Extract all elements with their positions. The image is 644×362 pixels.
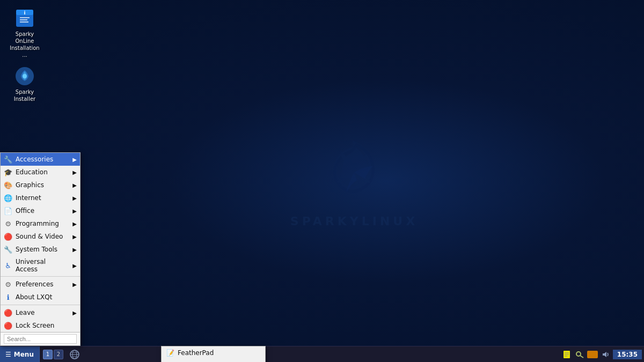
sparky-online-icon: i [14, 8, 35, 29]
svg-rect-4 [20, 17, 30, 18]
desktop-icon-sparky-online[interactable]: i Sparky OnLine Installation ... [5, 5, 44, 61]
menu-icon: ☰ [5, 351, 11, 358]
search-input[interactable] [4, 334, 77, 344]
education-arrow: ▶ [72, 169, 77, 175]
logo-text: SPARKYLINUX [290, 214, 418, 227]
desktop-icons-area: i Sparky OnLine Installation ... Sparky … [5, 5, 44, 105]
svg-point-18 [576, 352, 581, 356]
svg-line-19 [580, 356, 583, 358]
internet-icon: 🌐 [4, 194, 12, 202]
menu-item-system-tools[interactable]: 🔧 System Tools ▶ [1, 243, 80, 256]
office-arrow: ▶ [72, 208, 77, 214]
system-tools-label: System Tools [16, 246, 69, 253]
svg-point-8 [23, 74, 27, 78]
preferences-label: Preferences [16, 280, 69, 288]
graphics-label: Graphics [16, 181, 69, 189]
accessories-icon: 🔧 [4, 155, 12, 164]
taskbar-workspaces: 1 2 [40, 350, 67, 359]
office-icon: 📄 [4, 206, 12, 215]
desktop-icon-sparky-installer[interactable]: Sparky Installer [5, 63, 44, 105]
graphics-icon: 🎨 [4, 181, 12, 189]
tray-volume-icon[interactable] [600, 349, 611, 360]
accessories-arrow: ▶ [72, 157, 77, 162]
programming-icon: ⚙ [4, 219, 12, 228]
taskbar-globe-icon[interactable] [69, 349, 80, 360]
featherpad-icon: 📝 [166, 349, 174, 357]
education-icon: 🎓 [4, 168, 12, 176]
menu-item-universal-access[interactable]: ♿ Universal Access ▶ [1, 256, 80, 275]
taskbar-menu-button[interactable]: ☰ Menu [0, 346, 40, 362]
menu-item-programming[interactable]: ⚙ Programming ▶ [1, 217, 80, 230]
menu-item-graphics[interactable]: 🎨 Graphics ▶ [1, 179, 80, 191]
graphics-arrow: ▶ [72, 182, 77, 188]
tray-notes-icon[interactable] [561, 349, 572, 360]
svg-text:i: i [24, 10, 25, 16]
svg-marker-20 [603, 352, 606, 357]
start-menu: 🔧 Accessories ▶ 🎓 Education ▶ 🎨 Graphics… [0, 152, 80, 346]
menu-item-office[interactable]: 📄 Office ▶ [1, 204, 80, 217]
menu-item-accessories[interactable]: 🔧 Accessories ▶ [1, 153, 80, 166]
universal-access-label: Universal Access [16, 258, 69, 273]
featherpad-label: FeatherPad [178, 349, 214, 357]
about-lxqt-label: About LXQt [16, 293, 77, 301]
lock-screen-icon: 🔴 [4, 321, 12, 330]
accessories-submenu: 📝 FeatherPad 📦 LXQt File Archiver 🖥 Midn… [161, 346, 266, 362]
menu-item-lock-screen[interactable]: 🔴 Lock Screen [1, 319, 80, 332]
desktop-logo: SPARKYLINUX [290, 135, 418, 227]
sound-video-label: Sound & Video [16, 233, 69, 240]
preferences-icon: ⚙ [4, 280, 12, 289]
menu-search-area[interactable] [1, 332, 80, 345]
sparky-online-label: Sparky OnLine Installation ... [8, 31, 42, 58]
svg-rect-6 [20, 21, 28, 23]
submenu-featherpad[interactable]: 📝 FeatherPad [162, 346, 265, 359]
sound-video-icon: 🔴 [4, 232, 12, 241]
lock-screen-label: Lock Screen [16, 322, 77, 329]
leave-icon: 🔴 [4, 308, 12, 317]
svg-rect-5 [20, 19, 27, 20]
tray-key-icon[interactable] [574, 349, 585, 360]
internet-label: Internet [16, 194, 69, 202]
system-tools-arrow: ▶ [72, 247, 77, 253]
menu-item-leave[interactable]: 🔴 Leave ▶ [1, 306, 80, 319]
universal-access-icon: ♿ [4, 261, 12, 270]
menu-divider-2 [1, 305, 80, 305]
sparky-installer-icon [14, 65, 35, 87]
menu-divider-1 [1, 276, 80, 277]
workspace-1-button[interactable]: 1 [43, 350, 53, 359]
taskbar-tray: 15:35 [561, 349, 644, 360]
office-label: Office [16, 207, 69, 215]
education-label: Education [16, 168, 69, 176]
menu-item-about-lxqt[interactable]: ℹ About LXQt [1, 291, 80, 304]
sparky-installer-label: Sparky Installer [8, 88, 42, 102]
internet-arrow: ▶ [72, 195, 77, 201]
programming-label: Programming [16, 220, 69, 227]
universal-access-arrow: ▶ [72, 263, 77, 269]
tray-orange-indicator[interactable] [587, 351, 598, 358]
taskbar: ☰ Menu 1 2 [0, 346, 644, 362]
submenu-lxqt-archiver[interactable]: 📦 LXQt File Archiver [162, 359, 265, 362]
taskbar-clock: 15:35 [613, 350, 642, 359]
menu-label: Menu [14, 351, 34, 358]
about-lxqt-icon: ℹ [4, 293, 12, 301]
leave-label: Leave [16, 309, 69, 316]
menu-item-preferences[interactable]: ⚙ Preferences ▶ [1, 278, 80, 291]
programming-arrow: ▶ [72, 221, 77, 227]
menu-item-internet[interactable]: 🌐 Internet ▶ [1, 191, 80, 204]
menu-item-education[interactable]: 🎓 Education ▶ [1, 166, 80, 179]
system-tools-icon: 🔧 [4, 245, 12, 254]
workspace-2-button[interactable]: 2 [54, 350, 63, 359]
menu-item-sound-video[interactable]: 🔴 Sound & Video ▶ [1, 230, 80, 243]
desktop: SPARKYLINUX i Sparky OnLine Installation… [0, 0, 644, 362]
sound-video-arrow: ▶ [72, 234, 77, 240]
preferences-arrow: ▶ [72, 282, 77, 287]
leave-arrow: ▶ [72, 310, 77, 316]
accessories-label: Accessories [16, 156, 69, 163]
